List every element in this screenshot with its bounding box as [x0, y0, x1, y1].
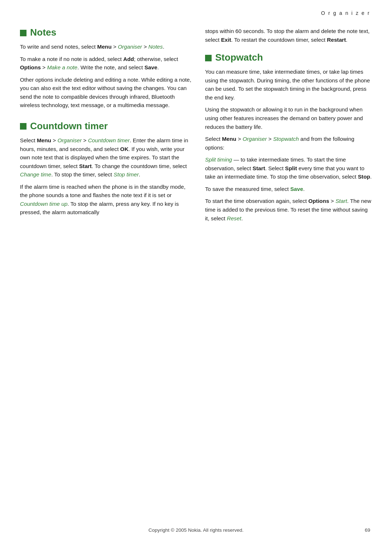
countdown-stop-timer-link: Stop timer — [114, 171, 139, 177]
notes-icon — [20, 30, 26, 36]
countdown-start-bold: Start — [79, 163, 92, 169]
header-label: O r g a n i z e r — [321, 10, 370, 16]
content-area: Notes To write and send notes, select Me… — [0, 20, 392, 248]
stopwatch-organiser-link: Organiser — [242, 136, 267, 142]
right-column: stops within 60 seconds. To stop the ala… — [205, 23, 372, 233]
stopwatch-reset-link: Reset — [227, 215, 241, 221]
countdown-p2: If the alarm time is reached when the ph… — [20, 183, 194, 217]
stopwatch-split-bold: Split — [285, 165, 297, 171]
notes-notes-link: Notes — [148, 44, 163, 50]
stopwatch-start-link: Start — [335, 198, 347, 204]
countdown-restart-bold: Restart — [327, 37, 346, 43]
stopwatch-stop-bold: Stop — [358, 173, 370, 180]
left-column: Notes To write and send notes, select Me… — [20, 23, 194, 233]
page: O r g a n i z e r Notes To write and sen… — [0, 0, 392, 543]
countdown-icon — [20, 123, 26, 130]
countdown-title-text: Countdown timer — [30, 121, 108, 132]
stopwatch-start-bold: Start — [253, 165, 265, 171]
footer: Copyright © 2005 Nokia. All rights reser… — [0, 527, 392, 533]
stopwatch-save-green-bold: Save — [290, 186, 303, 192]
notes-title: Notes — [20, 27, 194, 38]
stopwatch-icon — [205, 55, 212, 61]
countdown-continuation: stops within 60 seconds. To stop the ala… — [205, 27, 372, 44]
stopwatch-stopwatch-link: Stopwatch — [273, 136, 299, 142]
stopwatch-p4: Split timing — to take intermediate time… — [205, 155, 372, 181]
notes-p3: Other options include deleting and editi… — [20, 75, 194, 110]
notes-options-bold: Options — [20, 64, 41, 70]
countdown-menu-bold: Menu — [37, 137, 51, 143]
notes-save-bold: Save — [144, 64, 157, 70]
notes-menu-bold: Menu — [97, 44, 112, 50]
countdown-exit-bold: Exit — [221, 37, 231, 43]
countdown-time-up-link: Countdown time up — [20, 201, 68, 207]
header-organizer: O r g a n i z e r — [0, 0, 392, 20]
stopwatch-p5: To save the measured time, select Save. — [205, 185, 372, 193]
footer-copyright: Copyright © 2005 Nokia. All rights reser… — [148, 527, 244, 533]
notes-p1: To write and send notes, select Menu > O… — [20, 42, 194, 51]
notes-p2: To make a note if no note is added, sele… — [20, 55, 194, 72]
countdown-timer-link: Countdown timer — [88, 137, 130, 143]
stopwatch-p1: You can measure time, take intermediate … — [205, 68, 372, 102]
notes-title-text: Notes — [30, 27, 56, 38]
countdown-ok-bold: OK — [120, 146, 128, 152]
countdown-change-time-link: Change time — [20, 171, 51, 177]
stopwatch-p3: Select Menu > Organiser > Stopwatch and … — [205, 135, 372, 152]
notes-add-bold: Add — [123, 56, 134, 62]
stopwatch-title-text: Stopwatch — [215, 52, 263, 63]
stopwatch-p2: Using the stopwatch or allowing it to ru… — [205, 105, 372, 131]
stopwatch-section: Stopwatch You can measure time, take int… — [205, 52, 372, 222]
notes-organiser-link: Organiser — [118, 44, 142, 50]
stopwatch-menu-bold: Menu — [222, 136, 236, 142]
stopwatch-p6: To start the time observation again, sel… — [205, 197, 372, 222]
countdown-organiser-link: Organiser — [57, 137, 82, 143]
notes-section: Notes To write and send notes, select Me… — [20, 27, 194, 110]
footer-page-number: 69 — [365, 527, 370, 533]
stopwatch-split-timing-link: Split timing — [205, 156, 232, 163]
stopwatch-title: Stopwatch — [205, 52, 372, 63]
countdown-title: Countdown timer — [20, 121, 194, 132]
stopwatch-options-bold: Options — [309, 198, 329, 204]
countdown-section: Countdown timer Select Menu > Organiser … — [20, 121, 194, 217]
countdown-p1: Select Menu > Organiser > Countdown time… — [20, 136, 194, 179]
notes-make-note-link: Make a note — [47, 64, 78, 70]
